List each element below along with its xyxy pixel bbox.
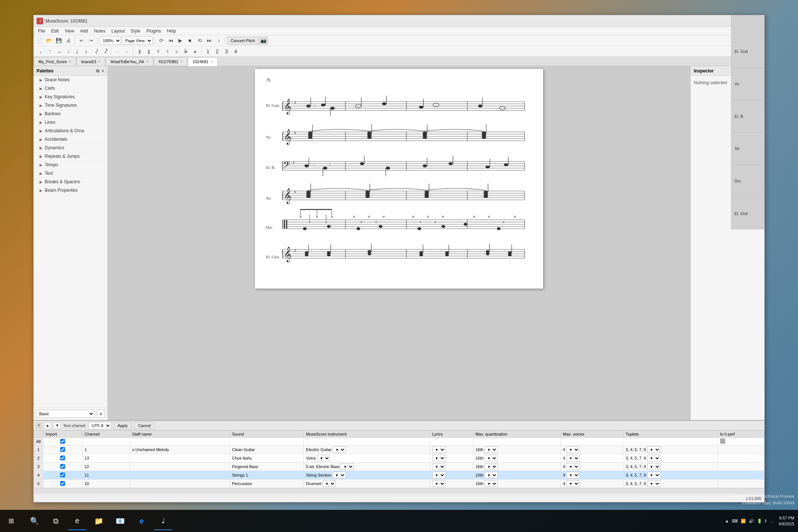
lyrics-4[interactable]: ▼ [430,471,473,480]
musescore-3[interactable]: 5-str. Electric Bass ▼ [304,463,430,471]
tab-ithad[interactable]: ItHadToBeYou_XA × [106,57,153,66]
tab-close-xg2759[interactable]: × [180,59,183,64]
undo-btn[interactable]: ↩ [77,36,86,45]
save-btn[interactable]: 💾 [54,36,63,45]
instrument-table-wrapper[interactable]: Import Channel Staff name Sound MuseScor… [34,430,764,494]
import-2[interactable] [43,454,82,463]
tuplets-4[interactable]: 3, 4, 5, 7, 9 ▼ [623,471,718,480]
tray-volume[interactable]: 🔊 [749,519,754,524]
maxquant-5[interactable]: 16th ▼ [473,480,560,488]
th-musescore[interactable]: MuseScore instrument [304,431,430,438]
eighth-note-btn[interactable]: ♪ [82,47,90,55]
musescore-select-2[interactable]: ▼ [317,455,330,461]
flat-btn[interactable]: ♭ [173,47,181,55]
apply-btn[interactable]: Apply [113,422,132,429]
menu-style[interactable]: Style [128,28,144,34]
midi-btn[interactable]: ♪ [214,36,223,45]
palette-barlines[interactable]: ▶ Barlines [34,110,107,118]
maxquant-select-1[interactable]: ▼ [484,446,498,453]
lyrics-select-5[interactable]: ▼ [432,480,446,487]
th-staff-name[interactable]: Staff name [130,431,229,438]
loop-btn[interactable]: ⟲ [195,36,204,45]
palette-lines[interactable]: ▶ Lines [34,118,107,127]
accent-down-btn[interactable]: 𝄱 [145,47,153,55]
palette-dynamics[interactable]: ▶ Dynamics [34,144,107,152]
tray-battery[interactable]: 🔋 [757,519,762,524]
musescore-5[interactable]: Drumset ▼ [304,480,430,488]
palette-time-signatures[interactable]: ▶ Time Signatures [34,101,107,110]
redo-btn[interactable]: ↪ [86,36,95,45]
maxquant-select-3[interactable]: ▼ [484,463,498,470]
maxvoices-select-2[interactable]: ▼ [566,455,580,461]
bottom-close-btn[interactable]: × [36,423,42,429]
import-5[interactable] [43,480,82,488]
th-is-h[interactable]: Is h perf [718,431,764,438]
maxvoices-5[interactable]: 4 ▼ [560,480,623,488]
half-note-btn[interactable]: 𝅗𝅥 [64,47,72,55]
lyrics-2[interactable]: ▼ [430,454,473,463]
th-tuplets[interactable]: Tuplets [623,431,718,438]
tab-close-1024681[interactable]: × [211,60,213,64]
maxvoices-3[interactable]: 4 ▼ [560,463,623,471]
lyrics-3[interactable]: ▼ [430,463,473,471]
tab-1024681[interactable]: 1024681 × [188,57,218,66]
play-btn[interactable]: ▶ [176,36,185,45]
musescore-select-3[interactable]: ▼ [341,463,354,470]
dblsharp-btn[interactable]: 𝄪 [191,47,199,55]
maxvoices-select-3[interactable]: ▼ [566,463,580,470]
import-3[interactable] [43,463,82,471]
menu-help[interactable]: Help [164,28,179,34]
taskbar-ie[interactable]: e [68,512,86,530]
import-4[interactable] [43,471,82,480]
double-dot-btn[interactable]: ·· [123,47,131,55]
rest-btn[interactable]: 𝄾 [45,47,53,55]
tuplets-1[interactable]: 3, 4, 5, 7, 9 ▼ [623,446,718,454]
tab-brand23[interactable]: brand23 × [76,57,105,66]
maxquant-2[interactable]: 16th ▼ [473,454,560,463]
palette-add-btn[interactable]: + [97,410,105,418]
32nd-note-btn[interactable]: 𝅘𝅥𝅰 [100,47,109,55]
num3-btn[interactable]: 3 [222,47,231,55]
num1-btn[interactable]: 1 [204,47,212,55]
bottom-nav-up-btn[interactable]: ▲ [44,422,51,429]
palette-repeats[interactable]: ▶ Repeats & Jumps [34,152,107,161]
maxvoices-4[interactable]: 4 ▼ [560,471,623,480]
menu-layout[interactable]: Layout [109,28,128,34]
prev-btn[interactable]: ⏮ [166,36,175,45]
maxquant-3[interactable]: 16th ▼ [473,463,560,471]
palette-beam[interactable]: ▶ Beam Properties [34,186,107,195]
th-max-quant[interactable]: Max. quantization [473,431,560,438]
whole-note-btn[interactable]: 𝅝 [54,47,62,55]
refresh-btn[interactable]: ⟳ [157,36,166,45]
note-input-btn[interactable]: 𝅗 [36,47,44,55]
bottom-nav-down-btn[interactable]: ▼ [54,422,61,429]
taskbar-file-explorer[interactable]: 📁 [89,512,108,530]
palette-type-select[interactable]: Basic [36,410,95,418]
taskbar-ie2[interactable]: e [132,512,151,530]
zoom-select[interactable]: 100% [99,37,121,45]
maxquant-4[interactable]: 16th ▼ [473,471,560,480]
quarter-note-btn[interactable]: ♩ [73,47,81,55]
menu-view[interactable]: View [62,28,77,34]
menu-edit[interactable]: Edit [48,28,62,34]
charset-select[interactable]: UTF-8 [88,422,111,429]
tray-more[interactable]: … [770,519,774,523]
menu-add[interactable]: Add [77,28,91,34]
lyrics-select-1[interactable]: ▼ [432,446,446,453]
maxvoices-2[interactable]: 4 ▼ [560,454,623,463]
maxquant-select-2[interactable]: ▼ [484,455,498,461]
tray-up-arrow[interactable]: ▲ [725,519,729,523]
palettes-close-btn[interactable]: × [102,68,104,74]
natural-btn[interactable]: ♮ [163,47,171,55]
sharp-btn[interactable]: ♯ [154,47,162,55]
num2-btn[interactable]: 2 [213,47,221,55]
tab-close-brand23[interactable]: × [98,59,100,64]
dblflat-btn[interactable]: 𝄫 [182,47,190,55]
new-btn[interactable]: 📄 [35,36,44,45]
import-all[interactable] [43,438,82,446]
maxvoices-select-4[interactable]: ▼ [566,472,580,478]
stop-btn[interactable]: ■ [185,36,194,45]
palette-accidentals[interactable]: ▶ Accidentals [34,135,107,144]
taskbar-search[interactable]: 🔍 [25,512,44,530]
tuplets-select-4[interactable]: ▼ [647,472,661,478]
